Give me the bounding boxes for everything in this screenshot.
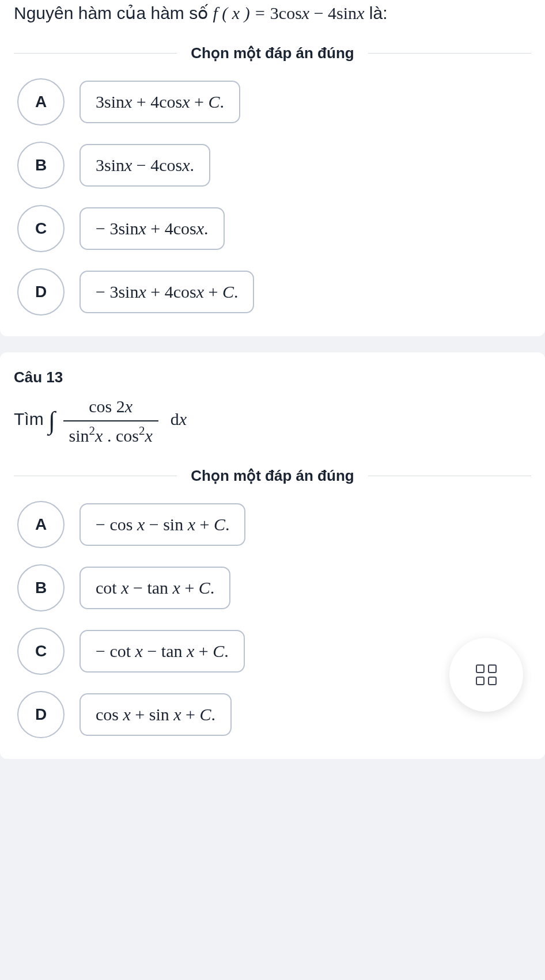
option-a[interactable]: A 3sinx + 4cosx + C. [17, 78, 531, 126]
option-letter: A [17, 78, 65, 126]
grid-menu-button[interactable] [449, 638, 523, 712]
option-letter: D [17, 691, 65, 738]
option-c[interactable]: C − 3sinx + 4cosx. [17, 205, 531, 252]
fraction-denominator: sin2x . cos2x [63, 421, 158, 449]
option-d[interactable]: D − 3sinx + 4cosx + C. [17, 268, 531, 316]
divider-line-right [368, 53, 531, 54]
option-letter: C [17, 628, 65, 675]
divider-line-right [368, 476, 531, 476]
question-13-card: Câu 13 Tìm ∫ cos 2x sin2x . cos2x dx Chọ… [0, 352, 545, 759]
option-content: − 3sinx + 4cosx + C. [80, 271, 254, 313]
math-fn-lhs: f ( x ) = [213, 3, 270, 22]
question-13-prompt: Tìm ∫ cos 2x sin2x . cos2x dx [14, 393, 531, 449]
option-content: cot x − tan x + C. [80, 567, 230, 609]
option-content: cos x + sin x + C. [80, 693, 232, 736]
integral-sign: ∫ [48, 408, 55, 434]
option-a[interactable]: A − cos x − sin x + C. [17, 501, 531, 548]
divider: Chọn một đáp án đúng [14, 467, 531, 485]
question-12-prompt: Nguyên hàm của hàm số f ( x ) = 3cosx − … [14, 0, 531, 26]
question-13-label: Câu 13 [14, 369, 531, 386]
divider: Chọn một đáp án đúng [14, 44, 531, 62]
option-content: − cos x − sin x + C. [80, 503, 245, 546]
option-b[interactable]: B cot x − tan x + C. [17, 564, 531, 611]
option-content: 3sinx + 4cosx + C. [80, 81, 240, 123]
option-letter: A [17, 501, 65, 548]
option-letter: C [17, 205, 65, 252]
grid-icon [476, 664, 497, 685]
divider-label: Chọn một đáp án đúng [177, 467, 368, 485]
question-12-options: A 3sinx + 4cosx + C. B 3sinx − 4cosx. C … [14, 78, 531, 316]
text-suffix: là: [364, 3, 387, 22]
question-12-card: Nguyên hàm của hàm số f ( x ) = 3cosx − … [0, 0, 545, 336]
dx: dx [171, 409, 187, 428]
text: Nguyên hàm của hàm số [14, 3, 213, 22]
option-letter: D [17, 268, 65, 316]
fraction-numerator: cos 2x [63, 393, 158, 421]
math-fn-rhs: 3cosx − 4sinx [270, 3, 365, 22]
divider-label: Chọn một đáp án đúng [177, 44, 368, 62]
option-content: − cot x − tan x + C. [80, 630, 245, 673]
question-13-options: A − cos x − sin x + C. B cot x − tan x +… [14, 501, 531, 738]
option-content: 3sinx − 4cosx. [80, 144, 210, 187]
option-b[interactable]: B 3sinx − 4cosx. [17, 142, 531, 189]
option-content: − 3sinx + 4cosx. [80, 207, 225, 250]
divider-line-left [14, 53, 177, 54]
fraction: cos 2x sin2x . cos2x [63, 393, 158, 449]
option-d[interactable]: D cos x + sin x + C. [17, 691, 531, 738]
prompt-find: Tìm [14, 409, 48, 428]
option-letter: B [17, 142, 65, 189]
divider-line-left [14, 476, 177, 476]
option-letter: B [17, 564, 65, 611]
